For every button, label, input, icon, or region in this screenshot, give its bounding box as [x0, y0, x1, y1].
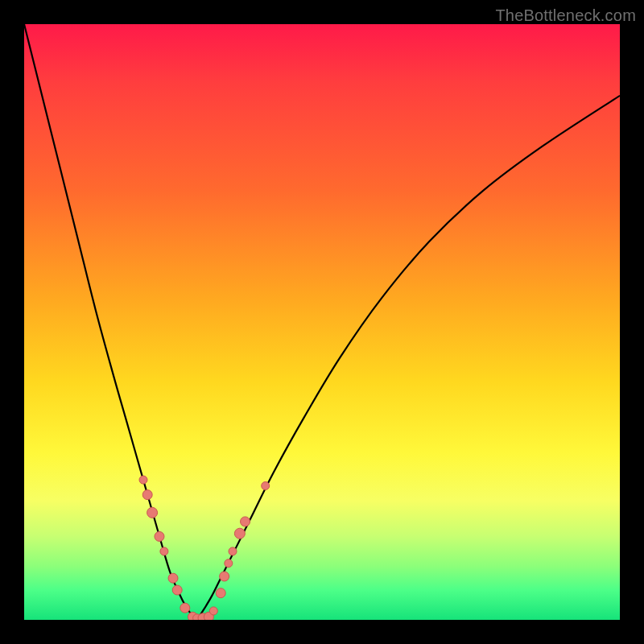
sample-dots	[139, 476, 270, 620]
data-point	[234, 528, 245, 539]
chart-frame: TheBottleneck.com	[0, 0, 644, 644]
data-point	[155, 531, 164, 541]
data-point	[262, 482, 270, 490]
curves-svg	[24, 24, 620, 620]
left-curve	[24, 24, 197, 620]
right-curve	[197, 96, 620, 620]
data-point	[180, 603, 190, 613]
data-point	[139, 476, 147, 484]
data-point	[142, 490, 152, 500]
data-point	[160, 547, 168, 555]
data-point	[241, 517, 250, 526]
watermark-text: TheBottleneck.com	[495, 6, 636, 25]
data-point	[147, 507, 158, 518]
data-point	[220, 572, 229, 581]
data-point	[229, 547, 237, 555]
plot-area	[24, 24, 620, 620]
data-point	[168, 573, 178, 583]
data-point	[225, 559, 233, 568]
data-point	[209, 607, 217, 615]
data-point	[216, 588, 225, 598]
data-point	[172, 585, 182, 595]
